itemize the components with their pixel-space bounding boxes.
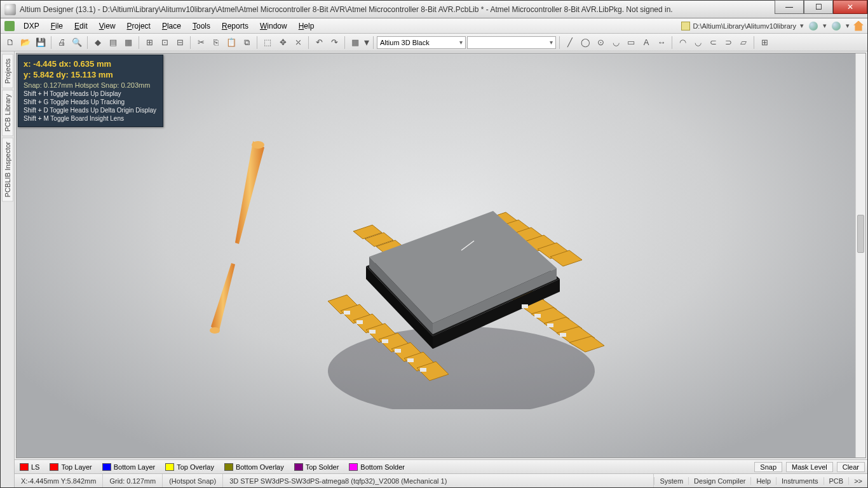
duplicate-icon[interactable]: ⧉ xyxy=(240,36,254,50)
arc4-icon[interactable]: ⊃ xyxy=(721,36,735,50)
menu-help[interactable]: Help xyxy=(294,20,320,32)
zoom-area-icon[interactable]: ⊞ xyxy=(142,36,156,50)
path-box: D:\Altium\Library\Alitumv10library ▾ ▾ ▾ xyxy=(681,21,864,31)
hud-hint-0: Shift + H Toggle Heads Up Display xyxy=(24,90,121,97)
copy-icon[interactable]: ⎘ xyxy=(209,36,223,50)
snap-button[interactable]: Snap xyxy=(754,462,782,472)
folder-icon[interactable] xyxy=(681,22,690,30)
maximize-button[interactable]: ☐ xyxy=(804,0,833,14)
string-icon[interactable]: A xyxy=(639,36,653,50)
menu-place[interactable]: Place xyxy=(157,20,186,32)
svg-point-4 xyxy=(328,327,595,409)
panel-icon[interactable]: ▦ xyxy=(121,36,135,50)
zoom-sel-icon[interactable]: ⊟ xyxy=(173,36,187,50)
arc2-icon[interactable]: ◡ xyxy=(691,36,705,50)
path-text: D:\Altium\Library\Alitumv10library xyxy=(693,22,796,30)
svg-rect-38 xyxy=(369,330,376,334)
undo-icon[interactable]: ↶ xyxy=(312,36,326,50)
layer-bottom-solder[interactable]: Bottom Solder xyxy=(346,463,407,471)
window-buttons: — ☐ ✕ xyxy=(775,1,867,18)
window-title: Altium Designer (13.1) - D:\Altium\Libra… xyxy=(20,5,775,14)
tab-pcblib-inspector[interactable]: PCBLIB Inspector xyxy=(2,137,13,201)
via-icon[interactable]: ⊙ xyxy=(593,36,607,50)
status-object: 3D STEP SW3dPS-SW3dPS-atmega8 (tqfp32)_V… xyxy=(223,474,654,487)
layer-bottom[interactable]: Bottom Layer xyxy=(100,463,158,471)
menu-view[interactable]: View xyxy=(94,20,121,32)
body: Projects PCB Library PCBLIB Inspector x:… xyxy=(1,51,867,487)
print-icon[interactable]: 🖨 xyxy=(55,36,69,50)
layer-top[interactable]: Top Layer xyxy=(47,463,94,471)
swatch-topoverlay xyxy=(165,463,174,471)
net-combo[interactable] xyxy=(467,36,556,49)
menu-window[interactable]: Window xyxy=(255,20,292,32)
close-button[interactable]: ✕ xyxy=(833,0,867,14)
arc1-icon[interactable]: ◠ xyxy=(675,36,689,50)
open-icon[interactable]: 📂 xyxy=(18,36,32,50)
tab-pcb-library[interactable]: PCB Library xyxy=(2,90,13,136)
menu-dxp[interactable]: DXP xyxy=(18,20,44,32)
tab-projects[interactable]: Projects xyxy=(2,54,13,88)
layer-top-solder[interactable]: Top Solder xyxy=(292,463,342,471)
layer-top-overlay[interactable]: Top Overlay xyxy=(163,463,217,471)
menu-reports[interactable]: Reports xyxy=(217,20,254,32)
layer-ls[interactable]: LS xyxy=(17,463,42,471)
minimize-button[interactable]: — xyxy=(775,0,804,14)
panel-pcb[interactable]: PCB xyxy=(824,477,849,485)
hud-hint-2: Shift + D Toggle Heads Up Delta Origin D… xyxy=(24,107,156,114)
dimension-icon[interactable]: ↔ xyxy=(654,36,668,50)
3d-viewport[interactable]: x: -4.445 dx: 0.635 mm y: 5.842 dy: 15.1… xyxy=(16,53,866,458)
vertical-scrollbar[interactable] xyxy=(855,53,865,458)
fill-icon[interactable]: ▭ xyxy=(624,36,638,50)
menu-edit[interactable]: Edit xyxy=(69,20,93,32)
app-icon xyxy=(4,4,16,15)
scrollbar-thumb[interactable] xyxy=(857,215,864,253)
save-icon[interactable]: 💾 xyxy=(34,36,48,50)
nav-back-icon[interactable] xyxy=(809,22,818,30)
region-icon[interactable]: ▱ xyxy=(736,36,750,50)
home-icon[interactable] xyxy=(853,21,864,31)
view-config-combo[interactable]: Altium 3D Black xyxy=(377,36,466,49)
select-icon[interactable]: ⬚ xyxy=(261,36,275,50)
panel-instruments[interactable]: Instruments xyxy=(776,477,823,485)
nav-fwd-icon[interactable] xyxy=(832,22,841,30)
svg-rect-41 xyxy=(407,358,414,362)
grid-drop[interactable]: ▾ xyxy=(363,38,370,47)
line-icon[interactable]: ╱ xyxy=(563,36,577,50)
new-icon[interactable]: 🗋 xyxy=(3,36,17,50)
zoom-fit-icon[interactable]: ⊡ xyxy=(158,36,172,50)
move-icon[interactable]: ✥ xyxy=(276,36,290,50)
workspace-icon[interactable]: ◆ xyxy=(91,36,105,50)
panel-more[interactable]: >> xyxy=(848,477,867,485)
side-tabs: Projects PCB Library PCBLIB Inspector xyxy=(1,51,15,487)
clear-button[interactable]: Clear xyxy=(837,462,865,472)
array-icon[interactable]: ⊞ xyxy=(757,36,771,50)
svg-rect-45 xyxy=(547,323,553,327)
nav-fwd-drop[interactable]: ▾ xyxy=(844,22,851,30)
pad-icon[interactable]: ◯ xyxy=(578,36,592,50)
menu-project[interactable]: Project xyxy=(122,20,156,32)
grid-icon[interactable]: ▦ xyxy=(348,36,362,50)
mask-level-button[interactable]: Mask Level xyxy=(786,462,833,472)
panel-help[interactable]: Help xyxy=(750,477,776,485)
layer-topsolder-label: Top Solder xyxy=(306,463,339,471)
paste-icon[interactable]: 📋 xyxy=(224,36,238,50)
redo-icon[interactable]: ↷ xyxy=(327,36,341,50)
path-dropdown[interactable]: ▾ xyxy=(799,22,805,30)
deselect-icon[interactable]: ⤫ xyxy=(291,36,305,50)
cut-icon[interactable]: ✂ xyxy=(194,36,208,50)
layer-bottom-overlay[interactable]: Bottom Overlay xyxy=(222,463,287,471)
chip-3d-model xyxy=(283,180,614,409)
arc3-icon[interactable]: ⊂ xyxy=(706,36,720,50)
preview-icon[interactable]: 🔍 xyxy=(70,36,84,50)
panel-design-compiler[interactable]: Design Compiler xyxy=(688,477,750,485)
layers-icon[interactable]: ▤ xyxy=(106,36,120,50)
toolbar: 🗋 📂 💾 🖨 🔍 ◆ ▤ ▦ ⊞ ⊡ ⊟ ✂ ⎘ 📋 ⧉ ⬚ ✥ ⤫ ↶ ↷ … xyxy=(1,34,867,51)
panel-system[interactable]: System xyxy=(654,477,688,485)
svg-point-1 xyxy=(252,141,264,149)
dxp-icon[interactable] xyxy=(4,21,15,31)
nav-back-drop[interactable]: ▾ xyxy=(822,22,828,30)
arc-icon[interactable]: ◡ xyxy=(609,36,623,50)
menu-file[interactable]: File xyxy=(46,20,68,32)
menu-tools[interactable]: Tools xyxy=(187,20,215,32)
status-hotspot: (Hotspot Snap) xyxy=(163,474,223,487)
